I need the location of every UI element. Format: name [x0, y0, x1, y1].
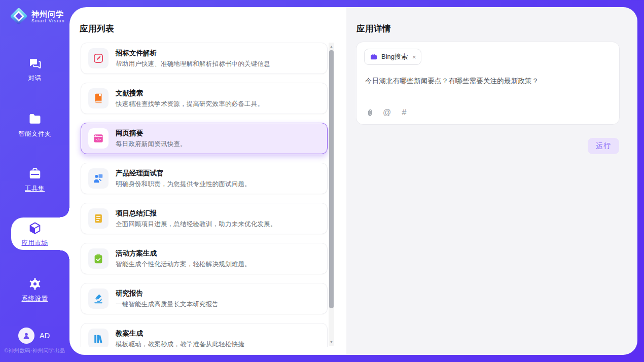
- app-list-item[interactable]: 产品经理面试官明确身份和职责，为您提供专业性的面试问题。: [81, 163, 328, 194]
- app-list-item[interactable]: 招标文件解析帮助用户快速、准确地理解和解析招标书中的关键信息: [81, 43, 328, 74]
- microscope-icon: [88, 288, 109, 309]
- app-list-item[interactable]: 教案生成模板驱动，教案秒成，教学准备从此轻松快捷: [81, 323, 328, 347]
- tool-chip-label: Bing搜索: [381, 52, 408, 61]
- app-list-item[interactable]: </>网页摘要每日政府新闻资讯快查。: [81, 123, 328, 154]
- app-list-item[interactable]: 项目总结汇报全面回顾项目进展，总结经验教训，助力未来优化发展。: [81, 203, 328, 234]
- app-item-title: 项目总结汇报: [116, 209, 277, 218]
- user-icon: [18, 328, 34, 344]
- sidebar-item-settings[interactable]: 系统设置: [0, 273, 69, 306]
- toolbox-icon: [27, 166, 43, 182]
- sidebar-item-folders[interactable]: 智能文件夹: [0, 108, 69, 141]
- scrollbar-thumb[interactable]: [329, 50, 334, 308]
- app-item-title: 招标文件解析: [116, 49, 270, 58]
- brand-subtitle: Smart Vision: [31, 18, 65, 23]
- presenter-icon: [88, 168, 109, 189]
- svg-text:</>: </>: [96, 137, 101, 141]
- books-icon: [88, 329, 109, 347]
- app-item-description: 全面回顾项目进展，总结经验教训，助力未来优化发展。: [116, 220, 277, 229]
- app-item-description: 快速精准查找学术资源，提高研究效率的必备工具。: [116, 100, 264, 108]
- edit-document-icon: [88, 48, 109, 68]
- sidebar-item-chat[interactable]: 对话: [0, 53, 69, 85]
- prompt-input[interactable]: Bing搜索 × 今日湖北有哪些新闻要点？有哪些需要关注的最新政策？ @#: [356, 42, 620, 125]
- app-item-description: 帮助用户快速、准确地理解和解析招标书中的关键信息: [116, 60, 270, 68]
- cube-icon: [27, 221, 43, 236]
- tool-chip: Bing搜索 ×: [364, 49, 421, 65]
- sidebar-item-label: 应用市场: [22, 239, 48, 247]
- app-detail-panel: 应用详情 Bing搜索 × 今日湖北有哪些新闻要点？有哪些需要关注的最新政策？ …: [346, 7, 637, 355]
- app-list-panel: 应用列表 招标文件解析帮助用户快速、准确地理解和解析招标书中的关键信息文献搜索快…: [69, 7, 346, 355]
- scrollbar-up-arrow[interactable]: ▲: [329, 43, 334, 50]
- app-item-title: 文献搜索: [116, 89, 264, 98]
- app-item-description: 智能生成个性化活动方案，轻松解决规划难题。: [116, 260, 251, 269]
- book-icon: [88, 88, 109, 108]
- sidebar-item-tools[interactable]: 工具集: [0, 163, 69, 196]
- app-list: 招标文件解析帮助用户快速、准确地理解和解析招标书中的关键信息文献搜索快速精准查找…: [69, 43, 346, 347]
- sidebar-item-label: 工具集: [25, 185, 45, 193]
- sidebar: 神州问学 Smart Vision 对话智能文件夹工具集应用市场系统设置 AD …: [0, 0, 69, 362]
- app-item-title: 教案生成: [116, 329, 244, 338]
- sidebar-item-label: 对话: [28, 74, 42, 83]
- sidebar-item-label: 智能文件夹: [18, 130, 51, 138]
- prompt-text: 今日湖北有哪些新闻要点？有哪些需要关注的最新政策？: [365, 77, 611, 86]
- note-icon: [88, 208, 109, 229]
- at-icon[interactable]: @: [382, 108, 391, 117]
- hash-icon[interactable]: #: [400, 108, 409, 117]
- run-button[interactable]: 运行: [588, 138, 619, 154]
- app-item-title: 活动方案生成: [116, 249, 251, 258]
- app-item-description: 模板驱动，教案秒成，教学准备从此轻松快捷: [116, 340, 244, 347]
- app-list-item[interactable]: 研究报告一键智能生成高质量长文本研究报告: [81, 283, 328, 314]
- app-item-description: 一键智能生成高质量长文本研究报告: [116, 300, 219, 309]
- copyright: ©神州数码·神州问学出品: [0, 347, 69, 354]
- clipboard-check-icon: [88, 248, 109, 269]
- scrollbar-down-arrow[interactable]: ▼: [329, 339, 334, 345]
- app-item-title: 研究报告: [116, 289, 219, 298]
- composer-icons: @#: [365, 108, 409, 117]
- brand-name: 神州问学: [31, 10, 65, 18]
- sidebar-item-market[interactable]: 应用市场: [0, 218, 69, 250]
- chat-icon: [27, 56, 43, 71]
- folder-icon: [27, 112, 43, 127]
- user-row[interactable]: AD: [18, 328, 50, 344]
- app-list-item[interactable]: 文献搜索快速精准查找学术资源，提高研究效率的必备工具。: [81, 83, 328, 114]
- app-detail-title: 应用详情: [356, 23, 391, 34]
- briefcase-icon: [370, 53, 378, 61]
- sidebar-item-label: 系统设置: [22, 295, 48, 303]
- app-list-title: 应用列表: [80, 23, 114, 34]
- gear-icon: [27, 276, 43, 292]
- close-icon[interactable]: ×: [412, 53, 416, 61]
- app-item-title: 网页摘要: [116, 129, 187, 138]
- brand: 神州问学 Smart Vision: [9, 7, 65, 26]
- user-name: AD: [40, 332, 50, 340]
- diamond-logo-icon: [9, 7, 28, 26]
- browser-code-icon: </>: [88, 128, 109, 149]
- app-item-title: 产品经理面试官: [116, 169, 251, 178]
- paperclip-icon[interactable]: [365, 108, 374, 117]
- app-item-description: 每日政府新闻资讯快查。: [116, 140, 187, 149]
- app-item-description: 明确身份和职责，为您提供专业性的面试问题。: [116, 180, 251, 189]
- scrollbar[interactable]: ▲ ▼: [329, 43, 334, 346]
- app-list-item[interactable]: 活动方案生成智能生成个性化活动方案，轻松解决规划难题。: [81, 243, 328, 274]
